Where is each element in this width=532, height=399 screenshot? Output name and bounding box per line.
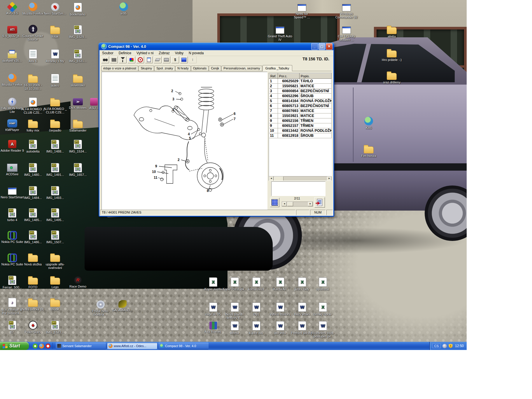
desktop-icon[interactable]: IMG_1495... <box>43 208 67 222</box>
desktop-icon[interactable]: IMG_1531... <box>66 49 90 63</box>
table-horizontal-scrollbar[interactable]: ◄ ► <box>269 176 332 181</box>
desktop-icon[interactable]: mobil <box>43 298 67 311</box>
desktop-icon[interactable]: Windows Commander 32 <box>334 2 359 19</box>
start-button[interactable]: Start <box>0 342 29 350</box>
desktop-icon[interactable]: X Kopie Prestupk... <box>223 277 247 291</box>
table-row[interactable]: 5 60814164 ROVNÁ PODLOŽKA <box>269 99 332 104</box>
toolbar-button[interactable] <box>145 56 153 63</box>
desktop-icon[interactable]: IMG_1486... <box>21 230 45 244</box>
desktop-icon[interactable]: Nová složka <box>21 253 45 266</box>
language-indicator[interactable]: CS <box>432 344 441 348</box>
table-row[interactable]: 7 60807693 MATICE <box>269 108 332 113</box>
desktop-icon[interactable]: IMG_1491... <box>43 163 67 176</box>
desktop-icon[interactable]: X Kopie svetla <box>201 277 225 291</box>
title-bar[interactable]: Compact 98 - Ver. 4.0 _ ▢ ✕ <box>99 43 334 50</box>
desktop-icon[interactable]: W Rozdeleni osob postupim pn. <box>311 321 335 338</box>
toolbar-button[interactable]: $ <box>171 56 179 63</box>
desktop-icon[interactable]: ALFA ROMEO _ CLUB CZE... <box>43 97 67 114</box>
maximize-button[interactable]: ▢ <box>318 43 325 50</box>
desktop-icon[interactable]: 16.10.2009 - 18.10.200... <box>21 74 45 90</box>
menu-item[interactable]: Soubor <box>99 50 116 56</box>
quicklaunch-firefox-icon[interactable] <box>39 344 44 349</box>
grid-view-button[interactable] <box>270 198 279 207</box>
desktop-icon[interactable]: SALAMAND... <box>110 299 135 312</box>
desktop-icon[interactable]: X komarovice <box>244 277 269 291</box>
taskbar-task[interactable]: www.Alfisti.cz - Odes... <box>107 343 157 349</box>
table-row[interactable]: 6 60805713 BEZPEČNOSTNÍ <box>269 104 332 108</box>
desktop-icon[interactable]: W alfetta <box>223 321 247 335</box>
menu-item[interactable]: N poveda <box>186 50 206 56</box>
desktop-icon[interactable]: afetta <box>379 25 404 38</box>
menu-item[interactable]: Vyhled v ni <box>134 50 156 56</box>
taskbar-task[interactable]: Compact 98 - Ver. 4.0 <box>158 343 209 349</box>
toolbar-button[interactable] <box>154 56 162 63</box>
desktop-icon[interactable]: Need for Speed™ ... <box>290 2 314 19</box>
notes-box[interactable] <box>271 181 326 196</box>
tray-security-shield-icon[interactable]: ! <box>449 344 453 348</box>
desktop-icon[interactable]: Lego <box>43 275 67 289</box>
table-row[interactable]: 10 60813442 ROVNÁ PODLOŽKA <box>269 128 332 133</box>
desktop-icon[interactable]: IMG_1529... <box>66 25 90 38</box>
desktop-icon[interactable]: foták <box>43 25 67 38</box>
table-row[interactable]: 11 60812918 ŠROUB <box>269 133 332 138</box>
desktop-icon[interactable]: Counter-Strike Source <box>21 25 45 41</box>
desktop-icon[interactable]: ALFA ROMEO _ CLUB CZE... <box>21 97 45 114</box>
table-row[interactable]: 9 60652157 TŘMEN <box>269 123 332 128</box>
taskbar-task[interactable]: Servant Salamander <box>56 343 106 349</box>
desktop-icon[interactable]: IMG_1488... <box>43 139 67 153</box>
scroll-left-arrow-icon[interactable]: ◄ <box>269 176 274 181</box>
table-row[interactable]: 8 15503921 MATICE <box>269 113 332 118</box>
desktop-icon[interactable]: Nero StartSm... <box>43 2 67 15</box>
toolbar-button[interactable] <box>162 56 170 63</box>
toolbar-button[interactable] <box>101 56 109 63</box>
tab[interactable]: Skupiny <box>139 66 154 71</box>
table-row[interactable]: 3 60800854 BEZPEČNOSTNÍ <box>269 89 332 94</box>
tab[interactable]: N hrady <box>175 66 191 71</box>
desktop-icon[interactable]: slovensko <box>66 74 90 87</box>
toolbar-button[interactable] <box>136 56 144 63</box>
desktop-icon[interactable]: autodelta <box>21 139 45 153</box>
tray-daemon-icon[interactable] <box>442 344 447 348</box>
desktop-icon[interactable]: Grand Theft Auto IV <box>268 25 292 41</box>
desktop-icon[interactable]: W (ftp) <box>244 302 269 316</box>
desktop-icon[interactable]: IMG_1485... <box>21 208 45 222</box>
desktop-icon[interactable]: IMG_1534... <box>66 139 90 153</box>
desktop-icon[interactable]: Fim honza <box>356 144 381 158</box>
toolbar-button[interactable] <box>127 56 135 63</box>
parts-table-header[interactable]: Por.c. <box>278 74 300 79</box>
toolbar-button[interactable] <box>110 56 118 63</box>
desktop-icon[interactable]: W ato jedu <box>268 321 293 335</box>
page-next-arrow-icon[interactable]: ► <box>308 202 313 206</box>
table-row[interactable]: 9 60652156 TŘMEN <box>269 118 332 123</box>
desktop-icon[interactable]: Alfa Romeo <box>201 321 225 333</box>
menu-item[interactable]: Volby <box>172 50 186 56</box>
scrollbar-thumb[interactable] <box>274 176 284 181</box>
tab[interactable]: Optionals <box>191 66 209 71</box>
menu-item[interactable]: Definice <box>116 50 134 56</box>
desktop-icon[interactable]: IMG_1480... <box>21 163 45 176</box>
desktop-icon[interactable]: Call Of Duty Modern ... <box>334 25 359 41</box>
table-row[interactable]: 4 60652296 ŠROUB <box>269 94 332 99</box>
page-slider[interactable]: ◄ ► <box>282 202 313 206</box>
page-prev-arrow-icon[interactable]: ◄ <box>282 202 287 206</box>
desktop-icon[interactable]: Nová složka (3) <box>21 298 45 311</box>
quicklaunch-icq-icon[interactable] <box>33 344 38 349</box>
desktop-icon[interactable]: W kupce dilu <box>244 321 269 335</box>
close-button[interactable]: ✕ <box>326 43 332 50</box>
desktop-icon[interactable]: X spotreba <box>311 277 335 291</box>
tab[interactable]: Cenjk <box>209 66 221 71</box>
scroll-right-arrow-icon[interactable]: ► <box>327 176 332 181</box>
quicklaunch-opera-icon[interactable] <box>46 344 50 349</box>
desktop-icon[interactable]: R Race Demo <box>66 275 90 288</box>
export-page-button[interactable]: ➔ <box>314 197 325 208</box>
desktop-icon[interactable]: Alfa 6 <box>21 49 45 63</box>
desktop-icon[interactable]: IMG_1507... <box>43 230 67 244</box>
desktop-icon[interactable]: čerpadlo <box>43 119 67 132</box>
desktop-icon[interactable]: IMG_1657... <box>66 163 90 176</box>
desktop-icon[interactable]: IMG_1493... <box>43 186 67 200</box>
desktop-icon[interactable]: aukro <box>43 74 67 87</box>
minimize-button[interactable]: _ <box>311 43 318 50</box>
desktop-icon[interactable]: ♠ PokerStars <box>21 320 45 334</box>
desktop-icon[interactable]: Hro prátele :-) <box>379 48 404 62</box>
desktop-icon[interactable]: IMG_1522... <box>43 320 67 334</box>
